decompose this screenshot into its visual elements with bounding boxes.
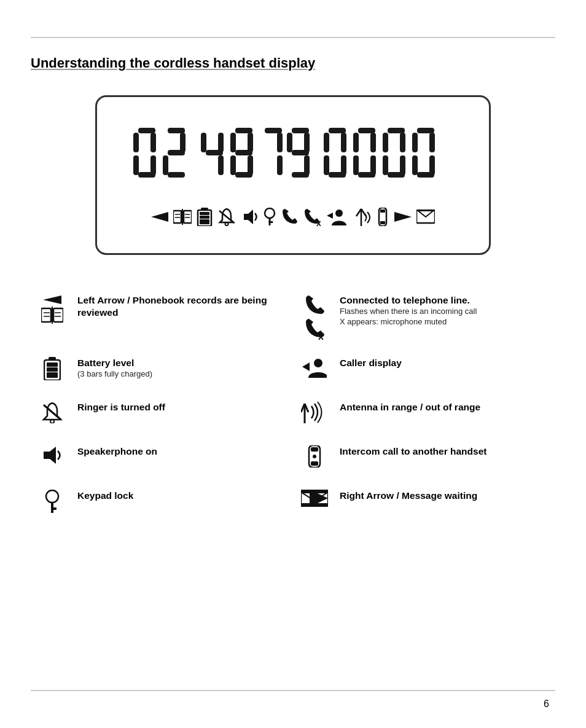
lcd-digits-svg: .seg { fill: #1a1a1a; } .seg-h { fill: #… xyxy=(127,125,459,205)
svg-rect-65 xyxy=(200,219,209,224)
lcd-speaker-icon xyxy=(241,208,258,225)
message-waiting-icon xyxy=(301,490,328,507)
lcd-intercom-icon xyxy=(376,208,389,226)
svg-rect-25 xyxy=(292,128,309,133)
top-divider xyxy=(31,37,555,38)
svg-point-68 xyxy=(225,222,229,225)
lcd-battery-icon xyxy=(197,208,213,226)
svg-point-100 xyxy=(314,359,322,367)
svg-rect-98 xyxy=(47,367,58,372)
svg-rect-51 xyxy=(429,133,435,152)
svg-rect-50 xyxy=(412,133,418,152)
legend-item-message: Right Arrow / Message waiting xyxy=(293,481,555,525)
svg-marker-70 xyxy=(244,209,253,224)
svg-rect-16 xyxy=(230,133,236,152)
lcd-left-arrow-icon xyxy=(151,210,168,224)
legend-icon-phonebook xyxy=(37,294,68,324)
legend-text-speaker: Speakerphone on xyxy=(77,445,287,458)
lcd-display: .seg { fill: #1a1a1a; } .seg-h { fill: #… xyxy=(95,95,491,255)
svg-rect-9 xyxy=(163,155,168,175)
svg-rect-31 xyxy=(329,128,346,133)
legend-item-intercom: Intercom call to another handset xyxy=(293,437,555,481)
legend-text-telephone: Connected to telephone line. Flashes whe… xyxy=(340,294,549,327)
svg-rect-7 xyxy=(180,133,186,152)
svg-rect-21 xyxy=(235,172,252,178)
key-icon xyxy=(44,490,60,513)
svg-point-102 xyxy=(50,420,54,423)
legend-title-ringer: Ringer is turned off xyxy=(77,401,287,413)
legend-text-ringer: Ringer is turned off xyxy=(77,401,287,413)
bottom-divider xyxy=(31,690,555,691)
svg-rect-37 xyxy=(358,128,375,133)
svg-marker-86 xyxy=(43,296,61,304)
svg-rect-14 xyxy=(218,155,224,175)
svg-rect-5 xyxy=(138,172,155,178)
legend-sub-battery: (3 bars fully charged) xyxy=(77,369,287,380)
lcd-digits-row: .seg { fill: #1a1a1a; } .seg-h { fill: #… xyxy=(127,125,459,205)
svg-rect-38 xyxy=(353,133,359,152)
svg-rect-19 xyxy=(230,155,236,175)
legend-title-antenna: Antenna in range / out of range xyxy=(340,401,549,413)
svg-rect-114 xyxy=(51,507,57,510)
lcd-phone-icon xyxy=(281,208,299,226)
svg-rect-0 xyxy=(138,128,155,133)
svg-rect-8 xyxy=(168,150,185,155)
svg-rect-18 xyxy=(235,150,252,155)
svg-rect-97 xyxy=(47,372,58,378)
legend-text-battery: Battery level (3 bars fully charged) xyxy=(77,357,287,380)
svg-rect-33 xyxy=(341,133,346,152)
antenna-icon xyxy=(301,401,328,423)
svg-rect-57 xyxy=(184,211,192,223)
legend-item-speaker: Speakerphone on xyxy=(31,437,293,481)
legend-item-caller: Caller display xyxy=(293,348,555,393)
svg-rect-3 xyxy=(133,155,139,175)
legend-icon-battery xyxy=(37,357,68,380)
svg-rect-81 xyxy=(380,209,385,213)
legend-item-battery: Battery level (3 bars fully charged) xyxy=(31,348,293,393)
svg-rect-12 xyxy=(218,133,224,152)
svg-rect-66 xyxy=(200,216,209,219)
legend-icon-intercom xyxy=(299,445,330,468)
legend-title-telephone: Connected to telephone line. xyxy=(340,294,549,307)
ringer-off-icon xyxy=(41,401,63,423)
svg-text:x: x xyxy=(316,218,321,226)
legend-icon-telephone: x xyxy=(299,294,330,340)
svg-rect-10 xyxy=(168,172,185,178)
svg-point-75 xyxy=(335,209,343,217)
legend-title-battery: Battery level xyxy=(77,357,287,369)
svg-rect-87 xyxy=(41,308,51,322)
legend-title-speaker: Speakerphone on xyxy=(77,445,287,458)
svg-rect-32 xyxy=(324,133,329,152)
legend-item-phonebook: Left Arrow / Phonebook records are being… xyxy=(31,286,293,348)
svg-rect-15 xyxy=(235,128,252,133)
legend-item-telephone: x Connected to telephone line. Flashes w… xyxy=(293,286,555,348)
svg-rect-110 xyxy=(311,461,318,466)
lcd-ringer-icon xyxy=(217,208,236,226)
svg-rect-27 xyxy=(304,133,310,152)
svg-rect-49 xyxy=(417,128,434,133)
svg-point-111 xyxy=(313,455,316,458)
svg-rect-39 xyxy=(370,133,376,152)
legend-icon-ringer xyxy=(37,401,68,423)
legend-icon-antenna xyxy=(299,401,330,423)
page-title: Understanding the cordless handset displ… xyxy=(31,55,315,71)
speaker-icon xyxy=(41,445,63,465)
legend-area: Left Arrow / Phonebook records are being… xyxy=(31,286,555,667)
svg-marker-83 xyxy=(394,212,412,222)
svg-rect-28 xyxy=(292,150,309,155)
legend-sub-telephone-1: Flashes when there is an incoming call xyxy=(340,307,549,317)
lcd-antenna-icon xyxy=(351,208,371,226)
battery-icon xyxy=(44,357,61,380)
left-arrow-icon xyxy=(43,294,61,305)
phone-icon xyxy=(305,294,324,316)
svg-point-112 xyxy=(46,490,58,503)
svg-rect-45 xyxy=(400,133,405,152)
legend-grid: Left Arrow / Phonebook records are being… xyxy=(31,286,555,525)
svg-marker-107 xyxy=(44,447,56,464)
legend-text-keypad: Keypad lock xyxy=(77,490,287,502)
legend-sub-telephone-2: X appears: microphone muted xyxy=(340,317,549,327)
svg-rect-48 xyxy=(388,172,405,178)
svg-rect-6 xyxy=(168,128,185,133)
legend-icon-keypad xyxy=(37,490,68,513)
page-number: 6 xyxy=(544,699,549,710)
